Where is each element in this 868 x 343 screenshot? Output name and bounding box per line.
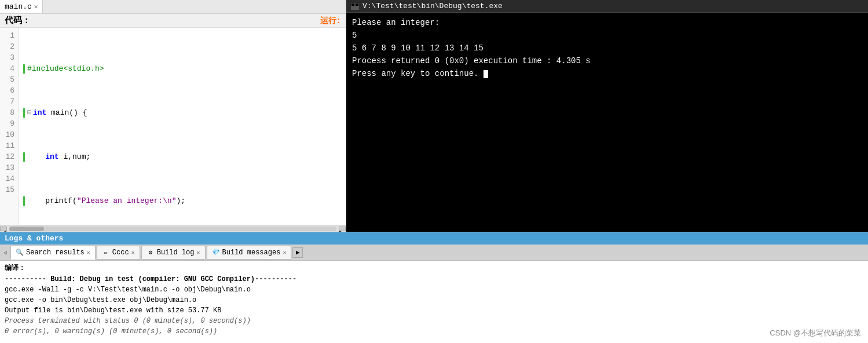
svg-rect-1: [351, 3, 354, 6]
tab-build-log-label: Build log: [157, 249, 195, 257]
terminal-line-5: Press any key to continue.: [352, 67, 862, 80]
code-line-3: int i,num;: [23, 151, 341, 162]
close-icon[interactable]: ✕: [34, 3, 38, 10]
search-icon: 🔍: [16, 249, 24, 257]
terminal-line-2: 5: [352, 29, 862, 42]
scroll-right-arrow[interactable]: ▷: [339, 227, 346, 231]
build-line: ---------- Build: Debug in test (compile…: [5, 274, 863, 284]
horizontal-scrollbar[interactable]: ◁ ▷: [0, 225, 346, 232]
terminal-line-3: 5 6 7 8 9 10 11 12 13 14 15: [352, 42, 862, 54]
logs-tab-bar: ◁ 🔍 Search results ✕ ✏️ Cccc ✕ ⚙️ Build …: [0, 245, 868, 261]
code-line-4: printf("Please an integer:\n");: [23, 195, 341, 206]
watermark: CSDN @不想写代码的菜菜: [770, 328, 861, 338]
gear-icon: ⚙️: [147, 249, 155, 257]
tab-build-messages[interactable]: 💎 Build messages ✕: [207, 246, 292, 260]
line-numbers: 12345 678910 1112131415: [0, 28, 19, 225]
svg-rect-2: [356, 3, 358, 6]
tab-build-messages-close[interactable]: ✕: [283, 249, 286, 256]
tab-label: main.c: [5, 2, 32, 11]
terminal-line-4: Process returned 0 (0x0) execution time …: [352, 54, 862, 67]
code-body: 12345 678910 1112131415 #include<stdio.h…: [0, 28, 346, 225]
tab-build-log[interactable]: ⚙️ Build log ✕: [141, 246, 206, 260]
terminal-icon: [351, 3, 359, 10]
tab-build-messages-label: Build messages: [222, 249, 281, 257]
terminal-title: V:\Test\test\bin\Debug\test.exe: [362, 2, 503, 10]
tab-main-c[interactable]: main.c ✕: [0, 0, 43, 13]
logs-panel: Logs & others ◁ 🔍 Search results ✕ ✏️ Cc…: [0, 232, 868, 343]
logs-extra-button[interactable]: ▶: [292, 247, 303, 258]
log-line-2: gcc.exe -o bin\Debug\test.exe obj\Debug\…: [5, 295, 863, 305]
scroll-track[interactable]: [9, 227, 336, 231]
scroll-left-arrow[interactable]: ◁: [0, 227, 7, 231]
tab-scroll-left[interactable]: ◁: [1, 249, 9, 257]
terminal-pane: V:\Test\test\bin\Debug\test.exe Please a…: [346, 0, 868, 232]
diamond-icon: 💎: [212, 249, 220, 257]
edit-icon: ✏️: [102, 249, 110, 257]
tab-search-results-close[interactable]: ✕: [87, 249, 90, 256]
log-line-3: Output file is bin\Debug\test.exe with s…: [5, 305, 863, 316]
terminal-title-bar: V:\Test\test\bin\Debug\test.exe: [346, 0, 868, 13]
tab-cccc[interactable]: ✏️ Cccc ✕: [97, 246, 140, 260]
log-line-4: Process terminated with status 0 (0 minu…: [5, 316, 863, 326]
logs-header: Logs & others: [0, 232, 868, 245]
code-content[interactable]: #include<stdio.h> ⊟ int main() { int i,n…: [19, 28, 346, 225]
code-line-1: #include<stdio.h>: [23, 63, 341, 74]
code-line-2: ⊟ int main() {: [23, 107, 341, 118]
logs-header-label: Logs & others: [5, 234, 63, 243]
run-button[interactable]: 运行:: [320, 16, 341, 26]
terminal-body: Please an integer: 5 5 6 7 8 9 10 11 12 …: [346, 13, 868, 232]
log-line-1: gcc.exe -Wall -g -c V:\Test\test\main.c …: [5, 284, 863, 295]
terminal-line-1: Please an integer:: [352, 16, 862, 29]
top-area: main.c ✕ 代码： 运行: 12345 678910 1112131415…: [0, 0, 868, 232]
log-line-5: 0 error(s), 0 warning(s) (0 minute(s), 0…: [5, 326, 863, 337]
tab-search-results-label: Search results: [26, 249, 85, 257]
editor-title: 代码：: [5, 15, 31, 26]
scroll-thumb[interactable]: [9, 227, 44, 231]
terminal-cursor: [484, 70, 488, 78]
tab-bar: main.c ✕: [0, 0, 346, 14]
tab-cccc-close[interactable]: ✕: [131, 249, 135, 256]
tab-search-results[interactable]: 🔍 Search results ✕: [10, 246, 96, 260]
editor-title-bar: 代码： 运行:: [0, 14, 346, 28]
logs-body: 编译： ---------- Build: Debug in test (com…: [0, 261, 868, 343]
tab-build-log-close[interactable]: ✕: [197, 249, 200, 256]
code-editor: main.c ✕ 代码： 运行: 12345 678910 1112131415…: [0, 0, 346, 232]
compile-title: 编译：: [5, 263, 863, 273]
tab-cccc-label: Cccc: [112, 249, 129, 257]
